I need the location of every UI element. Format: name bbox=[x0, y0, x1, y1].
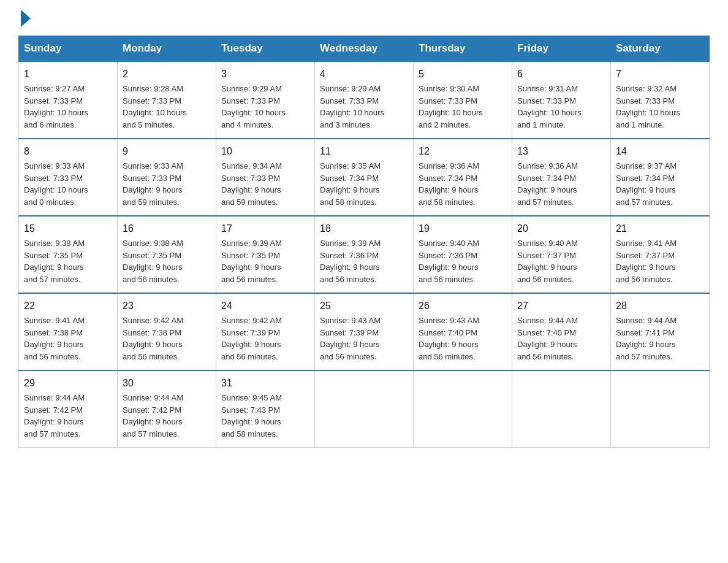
day-info: Sunrise: 9:44 AM Sunset: 7:42 PM Dayligh… bbox=[123, 392, 211, 440]
day-number: 6 bbox=[517, 67, 605, 82]
calendar-cell: 31Sunrise: 9:45 AM Sunset: 7:43 PM Dayli… bbox=[216, 370, 315, 448]
day-info: Sunrise: 9:42 AM Sunset: 7:39 PM Dayligh… bbox=[221, 315, 309, 362]
calendar-header: SundayMondayTuesdayWednesdayThursdayFrid… bbox=[19, 36, 710, 62]
day-number: 21 bbox=[616, 221, 704, 236]
day-number: 24 bbox=[221, 299, 309, 313]
day-number: 17 bbox=[221, 221, 309, 236]
calendar-week-3: 15Sunrise: 9:38 AM Sunset: 7:35 PM Dayli… bbox=[19, 216, 710, 293]
day-info: Sunrise: 9:37 AM Sunset: 7:34 PM Dayligh… bbox=[616, 160, 704, 208]
day-number: 12 bbox=[419, 144, 507, 159]
day-info: Sunrise: 9:43 AM Sunset: 7:39 PM Dayligh… bbox=[320, 315, 408, 362]
calendar-table: SundayMondayTuesdayWednesdayThursdayFrid… bbox=[18, 36, 710, 448]
page-header bbox=[18, 12, 710, 23]
day-number: 3 bbox=[221, 67, 309, 82]
day-info: Sunrise: 9:38 AM Sunset: 7:35 PM Dayligh… bbox=[123, 237, 211, 285]
day-number: 25 bbox=[320, 299, 408, 313]
day-info: Sunrise: 9:39 AM Sunset: 7:36 PM Dayligh… bbox=[320, 237, 408, 285]
day-info: Sunrise: 9:43 AM Sunset: 7:40 PM Dayligh… bbox=[419, 315, 507, 362]
logo bbox=[18, 12, 31, 23]
calendar-cell bbox=[611, 370, 710, 448]
day-info: Sunrise: 9:33 AM Sunset: 7:33 PM Dayligh… bbox=[123, 160, 211, 208]
calendar-cell: 5Sunrise: 9:30 AM Sunset: 7:33 PM Daylig… bbox=[414, 61, 512, 139]
calendar-cell: 1Sunrise: 9:27 AM Sunset: 7:33 PM Daylig… bbox=[19, 61, 118, 139]
day-info: Sunrise: 9:28 AM Sunset: 7:33 PM Dayligh… bbox=[123, 83, 211, 131]
day-info: Sunrise: 9:44 AM Sunset: 7:42 PM Dayligh… bbox=[24, 392, 112, 440]
calendar-cell: 20Sunrise: 9:40 AM Sunset: 7:37 PM Dayli… bbox=[512, 216, 611, 293]
day-number: 4 bbox=[320, 67, 408, 82]
day-info: Sunrise: 9:29 AM Sunset: 7:33 PM Dayligh… bbox=[221, 83, 309, 131]
day-number: 2 bbox=[123, 67, 211, 82]
day-info: Sunrise: 9:45 AM Sunset: 7:43 PM Dayligh… bbox=[221, 392, 309, 440]
calendar-cell: 8Sunrise: 9:33 AM Sunset: 7:33 PM Daylig… bbox=[19, 139, 118, 216]
calendar-cell: 10Sunrise: 9:34 AM Sunset: 7:33 PM Dayli… bbox=[216, 139, 315, 216]
day-number: 11 bbox=[320, 144, 408, 159]
calendar-cell: 15Sunrise: 9:38 AM Sunset: 7:35 PM Dayli… bbox=[19, 216, 118, 293]
day-info: Sunrise: 9:40 AM Sunset: 7:36 PM Dayligh… bbox=[419, 237, 507, 285]
calendar-cell: 11Sunrise: 9:35 AM Sunset: 7:34 PM Dayli… bbox=[315, 139, 414, 216]
day-number: 23 bbox=[123, 299, 211, 313]
day-number: 13 bbox=[517, 144, 605, 159]
day-info: Sunrise: 9:44 AM Sunset: 7:41 PM Dayligh… bbox=[616, 315, 704, 362]
day-number: 29 bbox=[24, 376, 112, 391]
day-info: Sunrise: 9:32 AM Sunset: 7:33 PM Dayligh… bbox=[616, 83, 704, 131]
day-number: 16 bbox=[123, 221, 211, 236]
header-cell-thursday: Thursday bbox=[414, 36, 512, 62]
day-number: 28 bbox=[616, 299, 704, 313]
calendar-cell: 14Sunrise: 9:37 AM Sunset: 7:34 PM Dayli… bbox=[611, 139, 710, 216]
day-number: 19 bbox=[419, 221, 507, 236]
calendar-cell: 2Sunrise: 9:28 AM Sunset: 7:33 PM Daylig… bbox=[118, 61, 216, 139]
day-number: 26 bbox=[419, 299, 507, 313]
day-info: Sunrise: 9:36 AM Sunset: 7:34 PM Dayligh… bbox=[517, 160, 605, 208]
day-info: Sunrise: 9:44 AM Sunset: 7:40 PM Dayligh… bbox=[517, 315, 605, 362]
day-info: Sunrise: 9:27 AM Sunset: 7:33 PM Dayligh… bbox=[24, 83, 112, 131]
calendar-cell: 29Sunrise: 9:44 AM Sunset: 7:42 PM Dayli… bbox=[19, 370, 118, 448]
day-info: Sunrise: 9:42 AM Sunset: 7:38 PM Dayligh… bbox=[123, 315, 211, 362]
calendar-cell: 24Sunrise: 9:42 AM Sunset: 7:39 PM Dayli… bbox=[216, 293, 315, 370]
day-number: 22 bbox=[24, 299, 112, 313]
header-cell-wednesday: Wednesday bbox=[315, 36, 414, 62]
calendar-cell bbox=[512, 370, 611, 448]
calendar-cell: 16Sunrise: 9:38 AM Sunset: 7:35 PM Dayli… bbox=[118, 216, 216, 293]
calendar-cell: 27Sunrise: 9:44 AM Sunset: 7:40 PM Dayli… bbox=[512, 293, 611, 370]
day-number: 7 bbox=[616, 67, 704, 82]
day-number: 14 bbox=[616, 144, 704, 159]
calendar-cell bbox=[414, 370, 512, 448]
logo-arrow-icon bbox=[21, 10, 31, 27]
header-cell-sunday: Sunday bbox=[19, 36, 118, 62]
day-number: 30 bbox=[123, 376, 211, 391]
day-info: Sunrise: 9:41 AM Sunset: 7:37 PM Dayligh… bbox=[616, 237, 704, 285]
day-info: Sunrise: 9:34 AM Sunset: 7:33 PM Dayligh… bbox=[221, 160, 309, 208]
header-cell-saturday: Saturday bbox=[611, 36, 710, 62]
calendar-cell: 28Sunrise: 9:44 AM Sunset: 7:41 PM Dayli… bbox=[611, 293, 710, 370]
header-cell-friday: Friday bbox=[512, 36, 611, 62]
calendar-cell: 25Sunrise: 9:43 AM Sunset: 7:39 PM Dayli… bbox=[315, 293, 414, 370]
calendar-cell: 18Sunrise: 9:39 AM Sunset: 7:36 PM Dayli… bbox=[315, 216, 414, 293]
calendar-week-2: 8Sunrise: 9:33 AM Sunset: 7:33 PM Daylig… bbox=[19, 139, 710, 216]
header-row: SundayMondayTuesdayWednesdayThursdayFrid… bbox=[19, 36, 710, 62]
day-info: Sunrise: 9:29 AM Sunset: 7:33 PM Dayligh… bbox=[320, 83, 408, 131]
calendar-week-4: 22Sunrise: 9:41 AM Sunset: 7:38 PM Dayli… bbox=[19, 293, 710, 370]
day-number: 10 bbox=[221, 144, 309, 159]
calendar-cell: 17Sunrise: 9:39 AM Sunset: 7:35 PM Dayli… bbox=[216, 216, 315, 293]
calendar-week-1: 1Sunrise: 9:27 AM Sunset: 7:33 PM Daylig… bbox=[19, 61, 710, 139]
calendar-cell: 22Sunrise: 9:41 AM Sunset: 7:38 PM Dayli… bbox=[19, 293, 118, 370]
calendar-cell: 12Sunrise: 9:36 AM Sunset: 7:34 PM Dayli… bbox=[414, 139, 512, 216]
calendar-cell: 3Sunrise: 9:29 AM Sunset: 7:33 PM Daylig… bbox=[216, 61, 315, 139]
day-info: Sunrise: 9:31 AM Sunset: 7:33 PM Dayligh… bbox=[517, 83, 605, 131]
header-cell-tuesday: Tuesday bbox=[216, 36, 315, 62]
day-info: Sunrise: 9:38 AM Sunset: 7:35 PM Dayligh… bbox=[24, 237, 112, 285]
day-number: 8 bbox=[24, 144, 112, 159]
calendar-week-5: 29Sunrise: 9:44 AM Sunset: 7:42 PM Dayli… bbox=[19, 370, 710, 448]
day-info: Sunrise: 9:30 AM Sunset: 7:33 PM Dayligh… bbox=[419, 83, 507, 131]
calendar-cell: 4Sunrise: 9:29 AM Sunset: 7:33 PM Daylig… bbox=[315, 61, 414, 139]
header-cell-monday: Monday bbox=[118, 36, 216, 62]
calendar-cell: 21Sunrise: 9:41 AM Sunset: 7:37 PM Dayli… bbox=[611, 216, 710, 293]
calendar-cell: 23Sunrise: 9:42 AM Sunset: 7:38 PM Dayli… bbox=[118, 293, 216, 370]
day-number: 9 bbox=[123, 144, 211, 159]
calendar-cell: 6Sunrise: 9:31 AM Sunset: 7:33 PM Daylig… bbox=[512, 61, 611, 139]
day-number: 1 bbox=[24, 67, 112, 82]
day-info: Sunrise: 9:36 AM Sunset: 7:34 PM Dayligh… bbox=[419, 160, 507, 208]
calendar-cell: 9Sunrise: 9:33 AM Sunset: 7:33 PM Daylig… bbox=[118, 139, 216, 216]
calendar-cell: 26Sunrise: 9:43 AM Sunset: 7:40 PM Dayli… bbox=[414, 293, 512, 370]
calendar-cell: 13Sunrise: 9:36 AM Sunset: 7:34 PM Dayli… bbox=[512, 139, 611, 216]
